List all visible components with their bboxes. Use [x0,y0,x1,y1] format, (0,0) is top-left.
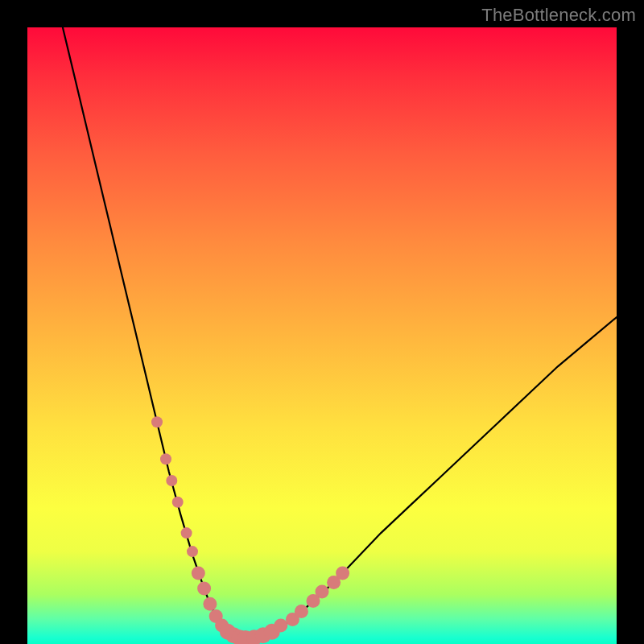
marker-point [197,582,211,596]
marker-point [192,566,205,580]
chart-frame: TheBottleneck.com [0,0,644,644]
marker-point [316,584,329,598]
marker-point [172,497,184,508]
marker-point [160,453,171,464]
chart-svg [27,27,617,644]
marker-point [203,597,217,611]
marker-point [274,619,287,633]
marker-point [181,527,192,539]
marker-point [166,475,177,486]
marker-point [187,546,198,557]
curve-layer [63,27,617,638]
plot-area [27,27,617,644]
marker-layer [151,416,349,644]
marker-point [295,605,308,618]
watermark-text: TheBottleneck.com [481,5,636,26]
marker-point [336,566,349,580]
bottleneck-curve [63,27,617,638]
marker-point [151,416,163,427]
